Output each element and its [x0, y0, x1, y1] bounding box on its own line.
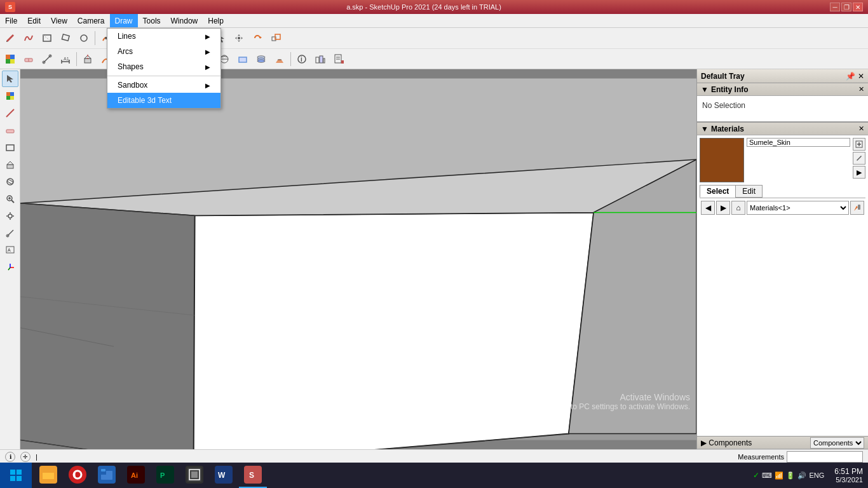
components-header[interactable]: ▶ Components Components	[697, 437, 868, 449]
start-button[interactable]	[0, 463, 32, 488]
tool-layers[interactable]	[252, 51, 270, 67]
measurements-input[interactable]	[787, 451, 863, 463]
svg-text:A: A	[8, 248, 11, 252]
systray-language[interactable]: ENG	[809, 471, 824, 479]
material-edit-swatch-btn[interactable]	[853, 152, 865, 165]
entity-info-header[interactable]: ▼ Entity Info ✕	[697, 83, 868, 96]
restore-button[interactable]: ❐	[841, 3, 851, 11]
tool-zoom-left[interactable]	[2, 191, 18, 207]
taskbar-app-libraries[interactable]	[93, 463, 121, 488]
tool-model-info[interactable]: i	[293, 51, 311, 67]
tool-section[interactable]	[234, 51, 252, 67]
tool-circle[interactable]	[75, 30, 93, 46]
tool-pencil[interactable]	[1, 30, 19, 46]
tool-scale[interactable]	[267, 30, 285, 46]
materials-fwd-btn[interactable]: ▶	[716, 201, 730, 215]
tool-tape-left[interactable]	[2, 225, 18, 241]
right-panel: Default Tray 📌 ✕ ▼ Entity Info ✕ No Sele…	[696, 69, 868, 449]
components-select[interactable]: Components	[810, 437, 864, 449]
taskbar-app-explorer[interactable]	[34, 463, 62, 488]
taskbar-clock[interactable]: 6:51 PM 5/3/2021	[829, 467, 868, 484]
tool-dimension[interactable]: A1	[57, 51, 74, 67]
menu-tools[interactable]: Tools	[138, 14, 166, 27]
menu-draw[interactable]: Draw	[110, 14, 138, 27]
tool-pan-left[interactable]	[2, 208, 18, 224]
tool-scene-tabs[interactable]	[311, 51, 329, 67]
tool-line[interactable]	[2, 105, 18, 121]
submenu-arrow: ▶	[205, 33, 210, 40]
svg-rect-67	[10, 96, 14, 100]
tool-tape[interactable]	[38, 51, 56, 67]
tool-generate-report[interactable]	[330, 51, 348, 67]
systray-volume[interactable]: 🔊	[797, 471, 806, 480]
menu-help[interactable]: Help	[203, 14, 229, 27]
materials-close[interactable]: ✕	[858, 125, 864, 133]
tool-axes-left[interactable]	[2, 259, 18, 276]
materials-home-btn[interactable]: ⌂	[731, 201, 745, 215]
tool-rectangle[interactable]	[38, 30, 56, 46]
tool-pushpull[interactable]	[79, 51, 97, 67]
close-button[interactable]: ✕	[853, 3, 863, 11]
menu-file[interactable]: File	[0, 14, 22, 27]
menu-draw-shapes[interactable]: Shapes ▶	[107, 59, 220, 74]
materials-back-btn[interactable]: ◀	[701, 201, 715, 215]
tool-text-left[interactable]: A	[2, 242, 18, 259]
tab-edit[interactable]: Edit	[735, 185, 763, 198]
menu-view[interactable]: View	[46, 14, 72, 27]
svg-marker-14	[260, 36, 262, 39]
tool-freehand[interactable]	[20, 30, 37, 46]
taskbar-app-opera[interactable]	[64, 463, 92, 488]
minimize-button[interactable]: ─	[830, 3, 840, 11]
menu-draw-sandbox[interactable]: Sandbox ▶	[107, 78, 220, 93]
tool-paint[interactable]	[1, 51, 19, 67]
materials-sample-btn[interactable]	[850, 201, 864, 215]
tool-rect-left[interactable]	[2, 139, 18, 156]
window-controls: ─ ❐ ✕	[830, 3, 863, 11]
panel-pin-icon[interactable]: 📌	[846, 72, 855, 81]
menu-window[interactable]: Window	[166, 14, 203, 27]
menu-edit[interactable]: Edit	[22, 14, 46, 27]
entity-info-close[interactable]: ✕	[858, 85, 864, 93]
systray-keyboard[interactable]: ⌨	[762, 471, 772, 480]
menu-draw-editable-3d-text[interactable]: Editable 3d Text	[107, 93, 220, 108]
svg-rect-104	[858, 205, 860, 210]
tool-eraser[interactable]	[20, 51, 37, 67]
systray-check[interactable]: ✓	[753, 471, 759, 480]
tool-eraser-left[interactable]	[2, 122, 18, 139]
menu-camera[interactable]: Camera	[72, 14, 110, 27]
svg-line-1	[43, 35, 51, 41]
material-swatch	[700, 138, 744, 182]
canvas-area[interactable]: Activate Windows Go to PC settings to ac…	[20, 69, 696, 449]
material-swatch-arrow[interactable]: ▶	[853, 166, 865, 179]
titlebar: S a.skp - SketchUp Pro 2021 (24 days lef…	[0, 0, 868, 14]
svg-marker-90	[20, 203, 195, 449]
materials-library-select[interactable]: Materials<1>	[747, 201, 849, 215]
info-icon[interactable]: ℹ	[5, 452, 15, 462]
menu-draw-arcs[interactable]: Arcs ▶	[107, 44, 220, 59]
menu-draw-lines[interactable]: Lines ▶	[107, 29, 220, 44]
tool-orbit-left[interactable]	[2, 173, 18, 190]
taskbar-app-misc[interactable]	[180, 463, 208, 488]
materials-header[interactable]: ▼ Materials ✕	[697, 123, 868, 135]
taskbar-app-sketchup[interactable]: S	[239, 463, 267, 488]
svg-point-13	[238, 37, 240, 39]
material-name-input[interactable]	[747, 138, 850, 147]
svg-rect-71	[7, 165, 13, 168]
tab-select[interactable]: Select	[700, 185, 736, 198]
tool-move[interactable]	[230, 30, 248, 46]
material-create-btn[interactable]	[853, 138, 865, 151]
tool-pushpull-left[interactable]	[2, 156, 18, 173]
taskbar-app-illustrator[interactable]: Ai	[122, 463, 150, 488]
materials-collapse-icon: ▼	[701, 125, 709, 133]
cursor-icon[interactable]: ✛	[20, 452, 31, 462]
tool-rotate[interactable]	[248, 30, 266, 46]
taskbar-app-publisher[interactable]: P	[151, 463, 179, 488]
systray-network[interactable]: 📶	[775, 471, 783, 480]
panel-close-icon[interactable]: ✕	[858, 72, 864, 81]
taskbar-app-word[interactable]: W	[210, 463, 238, 488]
tool-rotated-rect[interactable]	[57, 30, 74, 46]
tool-paint-bucket[interactable]	[2, 88, 18, 104]
tool-select-left[interactable]	[2, 71, 18, 87]
systray-battery[interactable]: 🔋	[786, 471, 795, 480]
tool-scenes[interactable]	[271, 51, 288, 67]
